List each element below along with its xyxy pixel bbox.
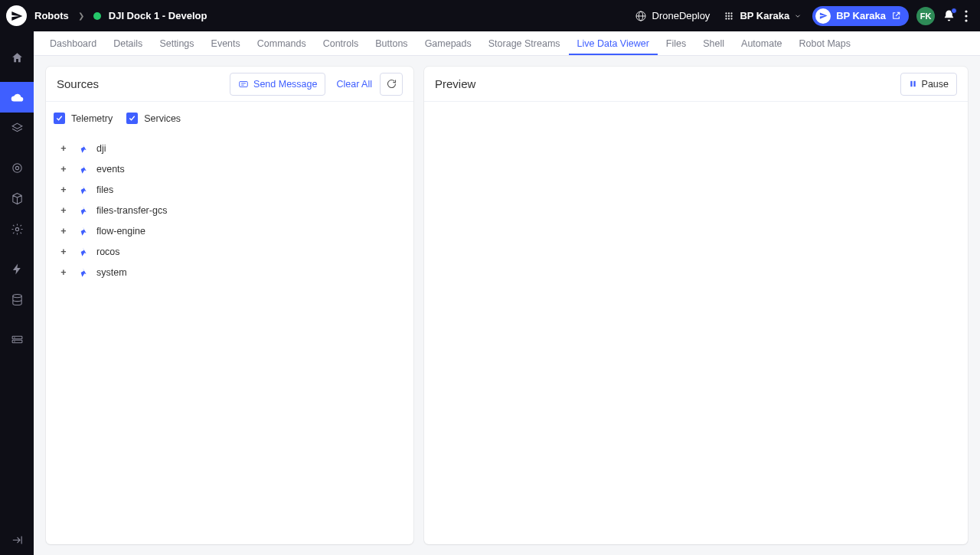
tree-item[interactable]: + events bbox=[54, 158, 406, 179]
tab-gamepads[interactable]: Gamepads bbox=[416, 31, 480, 55]
tab-events[interactable]: Events bbox=[203, 31, 249, 55]
tree-item[interactable]: + dji bbox=[54, 138, 406, 158]
tab-automate[interactable]: Automate bbox=[733, 31, 791, 55]
svg-rect-19 bbox=[12, 336, 22, 339]
preview-panel-header: Preview Pause bbox=[424, 67, 968, 102]
tab-commands[interactable]: Commands bbox=[249, 31, 315, 55]
service-icon bbox=[77, 204, 89, 217]
project-name: BP Karaka bbox=[740, 10, 789, 21]
tree-item-label: system bbox=[96, 267, 127, 278]
expand-icon[interactable]: + bbox=[58, 205, 69, 216]
collapse-rail-button[interactable] bbox=[0, 524, 34, 555]
database-icon bbox=[11, 293, 24, 306]
pause-icon bbox=[909, 80, 917, 88]
tree-item-label: dji bbox=[96, 143, 106, 154]
tree-item-label: files bbox=[96, 184, 113, 195]
svg-point-22 bbox=[14, 341, 15, 341]
send-message-button[interactable]: Send Message bbox=[230, 73, 325, 96]
tab-bar: Dashboard Details Settings Events Comman… bbox=[34, 31, 980, 56]
collapse-icon bbox=[11, 534, 24, 547]
sidebar-item-database[interactable] bbox=[0, 284, 34, 315]
tab-shell[interactable]: Shell bbox=[694, 31, 733, 55]
expand-icon[interactable]: + bbox=[58, 226, 69, 237]
sidebar-item-layers[interactable] bbox=[0, 113, 34, 143]
home-icon bbox=[11, 51, 24, 64]
grip-icon bbox=[724, 11, 734, 21]
svg-point-8 bbox=[731, 15, 733, 16]
tree-item-label: rocos bbox=[96, 246, 120, 257]
brand-logo[interactable] bbox=[6, 5, 27, 26]
sidebar-item-home[interactable] bbox=[0, 42, 34, 73]
tab-live-data-viewer[interactable]: Live Data Viewer bbox=[569, 31, 658, 55]
tree-item[interactable]: + rocos bbox=[54, 241, 406, 262]
more-menu-button[interactable] bbox=[962, 10, 971, 22]
sidebar-item-cube[interactable] bbox=[0, 183, 34, 214]
tree-item[interactable]: + files-transfer-gcs bbox=[54, 200, 406, 220]
pill-label: BP Karaka bbox=[836, 10, 886, 21]
refresh-button[interactable] bbox=[380, 73, 403, 96]
svg-rect-20 bbox=[12, 340, 22, 343]
expand-icon[interactable]: + bbox=[58, 143, 69, 154]
sources-panel-header: Sources Send Message Clear All bbox=[46, 67, 413, 102]
svg-point-21 bbox=[14, 337, 15, 338]
tab-details[interactable]: Details bbox=[105, 31, 151, 55]
topbar: Robots ❯ DJI Dock 1 - Develop DroneDeplo… bbox=[0, 0, 980, 31]
paper-plane-icon bbox=[11, 10, 23, 22]
tab-controls[interactable]: Controls bbox=[315, 31, 368, 55]
panel-splitter[interactable] bbox=[424, 289, 425, 322]
tree-item-label: events bbox=[96, 164, 125, 175]
preview-panel: Preview Pause bbox=[424, 67, 968, 544]
svg-point-7 bbox=[728, 15, 730, 16]
tree-item-label: flow-engine bbox=[96, 226, 145, 237]
avatar[interactable]: FK bbox=[916, 7, 935, 25]
tree-item[interactable]: + system bbox=[54, 262, 406, 282]
sources-title: Sources bbox=[57, 77, 99, 90]
tab-settings[interactable]: Settings bbox=[151, 31, 202, 55]
org-name: DroneDeploy bbox=[652, 10, 710, 21]
globe-icon bbox=[635, 10, 647, 22]
cube-icon bbox=[11, 192, 24, 205]
expand-icon[interactable]: + bbox=[58, 246, 69, 257]
sidebar-item-bolt[interactable] bbox=[0, 253, 34, 284]
project-switcher[interactable]: BP Karaka bbox=[724, 10, 802, 21]
service-icon bbox=[77, 184, 89, 196]
services-checkbox[interactable]: Services bbox=[126, 113, 181, 124]
sidebar-item-gear[interactable] bbox=[0, 214, 34, 244]
telemetry-checkbox[interactable]: Telemetry bbox=[54, 113, 113, 124]
kebab-icon bbox=[965, 10, 968, 22]
svg-point-10 bbox=[728, 18, 730, 19]
expand-icon[interactable]: + bbox=[58, 164, 69, 175]
svg-point-5 bbox=[731, 12, 733, 14]
tree-item[interactable]: + files bbox=[54, 179, 406, 200]
tree-item-label: files-transfer-gcs bbox=[96, 205, 167, 216]
robot-name[interactable]: DJI Dock 1 - Develop bbox=[109, 10, 207, 21]
sources-panel: Sources Send Message Clear All bbox=[46, 67, 413, 544]
notifications-button[interactable] bbox=[942, 9, 956, 22]
external-link-icon bbox=[891, 11, 901, 21]
send-message-icon bbox=[238, 79, 249, 90]
tab-dashboard[interactable]: Dashboard bbox=[41, 31, 105, 55]
svg-point-14 bbox=[965, 19, 967, 21]
breadcrumb-root[interactable]: Robots bbox=[34, 10, 69, 21]
svg-point-15 bbox=[12, 163, 21, 171]
tab-storage-streams[interactable]: Storage Streams bbox=[480, 31, 569, 55]
sidebar-item-drive[interactable] bbox=[0, 324, 34, 354]
sidebar-item-cloud[interactable] bbox=[0, 82, 34, 113]
svg-point-12 bbox=[965, 10, 967, 12]
service-icon bbox=[77, 266, 89, 279]
svg-rect-25 bbox=[913, 81, 915, 87]
service-icon bbox=[77, 246, 89, 258]
service-icon bbox=[77, 163, 89, 175]
checkbox-checked-icon bbox=[126, 113, 138, 124]
open-project-button[interactable]: BP Karaka bbox=[812, 6, 909, 26]
expand-icon[interactable]: + bbox=[58, 267, 69, 278]
tab-robot-maps[interactable]: Robot Maps bbox=[791, 31, 859, 55]
tab-files[interactable]: Files bbox=[658, 31, 694, 55]
sidebar-item-target[interactable] bbox=[0, 152, 34, 183]
tree-item[interactable]: + flow-engine bbox=[54, 220, 406, 241]
expand-icon[interactable]: + bbox=[58, 184, 69, 195]
tab-buttons[interactable]: Buttons bbox=[367, 31, 416, 55]
org-switcher[interactable]: DroneDeploy bbox=[635, 10, 710, 22]
pause-button[interactable]: Pause bbox=[900, 73, 957, 96]
clear-all-button[interactable]: Clear All bbox=[336, 79, 372, 90]
